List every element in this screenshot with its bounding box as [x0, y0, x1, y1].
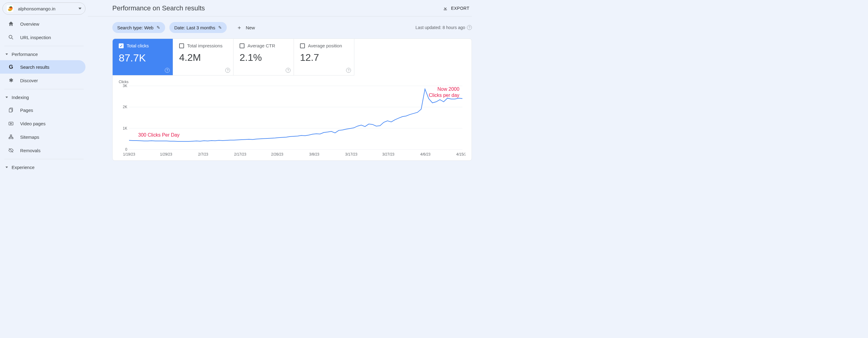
svg-text:300 Clicks Per Day: 300 Clicks Per Day — [138, 132, 180, 138]
last-updated: Last updated: 8 hours ago ? — [415, 25, 472, 30]
nav-section-indexing[interactable]: Indexing — [0, 91, 88, 103]
svg-text:Now 2000: Now 2000 — [437, 86, 459, 92]
checkbox-icon — [300, 44, 305, 48]
chart-ylabel: Clicks — [119, 80, 465, 84]
download-icon — [442, 5, 448, 11]
svg-text:1K: 1K — [123, 126, 127, 131]
svg-text:Clicks per day: Clicks per day — [429, 93, 459, 98]
filter-search-type[interactable]: Search type: Web ✎ — [112, 22, 165, 33]
metric-impressions-label: Total impressions — [187, 43, 222, 48]
checkbox-icon — [179, 44, 184, 48]
svg-text:2/7/23: 2/7/23 — [198, 152, 209, 157]
nav-search-results-label: Search results — [20, 64, 50, 70]
help-icon[interactable]: ? — [286, 68, 290, 73]
svg-text:3/17/23: 3/17/23 — [345, 152, 358, 157]
main: Performance on Search results EXPORT Sea… — [88, 0, 476, 187]
help-icon[interactable]: ? — [467, 25, 472, 30]
metric-clicks-label: Total clicks — [127, 43, 149, 48]
pencil-icon: ✎ — [218, 25, 222, 30]
metric-total-clicks[interactable]: Total clicks 87.7K ? — [113, 39, 173, 76]
svg-text:3/27/23: 3/27/23 — [382, 152, 394, 157]
search-icon — [7, 34, 14, 41]
svg-point-0 — [9, 35, 12, 38]
metric-position-value: 12.7 — [300, 52, 350, 63]
export-button[interactable]: EXPORT — [442, 5, 472, 11]
divider — [4, 46, 84, 46]
plus-icon: ＋ — [237, 24, 242, 31]
nav-url-inspection[interactable]: URL inspection — [0, 31, 88, 44]
eye-off-icon — [7, 147, 14, 154]
asterisk-icon: ✱ — [7, 77, 14, 84]
home-icon — [7, 20, 14, 28]
nav-video-pages[interactable]: Video pages — [0, 117, 88, 130]
svg-text:3K: 3K — [123, 84, 127, 88]
svg-marker-5 — [11, 123, 12, 124]
svg-line-1 — [12, 38, 13, 39]
filter-date[interactable]: Date: Last 3 months ✎ — [169, 22, 227, 33]
pages-icon — [7, 106, 14, 114]
chevron-down-icon — [5, 54, 8, 55]
nav-url-inspection-label: URL inspection — [20, 35, 51, 40]
metric-ctr-value: 2.1% — [240, 52, 289, 63]
export-label: EXPORT — [451, 6, 469, 11]
nav-section-experience-label: Experience — [11, 165, 34, 170]
nav-discover-label: Discover — [20, 78, 38, 83]
help-icon[interactable]: ? — [165, 68, 170, 73]
metrics-row: Total clicks 87.7K ? Total impressions 4… — [113, 39, 471, 76]
metric-avg-position[interactable]: Average position 12.7 ? — [294, 39, 354, 76]
metric-position-label: Average position — [308, 43, 342, 48]
metric-avg-ctr[interactable]: Average CTR 2.1% ? — [234, 39, 294, 76]
svg-text:4/15/23: 4/15/23 — [456, 152, 465, 157]
filters-row: Search type: Web ✎ Date: Last 3 months ✎… — [88, 17, 472, 38]
nav-section-indexing-label: Indexing — [11, 95, 29, 100]
nav-search-results[interactable]: G Search results — [0, 60, 86, 74]
favicon-icon: 🥭 — [6, 5, 14, 12]
divider — [4, 89, 84, 89]
nav-removals[interactable]: Removals — [0, 144, 88, 157]
sitemap-icon — [7, 133, 14, 141]
metric-impressions-value: 4.2M — [179, 52, 229, 63]
svg-text:2K: 2K — [123, 105, 127, 109]
checkbox-icon — [240, 44, 245, 48]
nav-overview-label: Overview — [20, 21, 39, 27]
divider — [4, 159, 84, 159]
chevron-down-icon — [5, 96, 8, 98]
metric-total-impressions[interactable]: Total impressions 4.2M ? — [173, 39, 234, 76]
nav-discover[interactable]: ✱ Discover — [0, 74, 88, 87]
metric-clicks-value: 87.7K — [119, 52, 168, 64]
chart-area: Clicks 01K2K3K1/19/231/29/232/7/232/17/2… — [113, 76, 471, 161]
page-header: Performance on Search results EXPORT — [88, 0, 472, 17]
pencil-icon: ✎ — [157, 25, 160, 30]
sidebar: 🥭 alphonsomango.in Overview URL inspecti… — [0, 0, 88, 187]
clicks-chart: 01K2K3K1/19/231/29/232/7/232/17/232/26/2… — [119, 84, 465, 158]
nav-pages[interactable]: Pages — [0, 103, 88, 117]
svg-text:4/6/23: 4/6/23 — [420, 152, 431, 157]
nav-section-performance-label: Performance — [11, 52, 38, 57]
nav-video-pages-label: Video pages — [20, 121, 45, 126]
filter-search-type-label: Search type: Web — [117, 25, 154, 30]
svg-text:2/26/23: 2/26/23 — [271, 152, 283, 157]
nav-pages-label: Pages — [20, 108, 33, 113]
property-selector[interactable]: 🥭 alphonsomango.in — [2, 2, 86, 15]
nav-sitemaps[interactable]: Sitemaps — [0, 130, 88, 144]
performance-card: Total clicks 87.7K ? Total impressions 4… — [112, 38, 472, 161]
help-icon[interactable]: ? — [346, 68, 351, 73]
google-icon: G — [7, 63, 14, 71]
svg-rect-8 — [11, 138, 13, 139]
nav-section-experience[interactable]: Experience — [0, 161, 88, 173]
checkbox-icon — [119, 44, 124, 48]
svg-text:1/19/23: 1/19/23 — [123, 152, 135, 157]
add-filter-button[interactable]: ＋ New — [237, 24, 255, 31]
property-domain: alphonsomango.in — [18, 6, 79, 11]
svg-text:2/17/23: 2/17/23 — [234, 152, 246, 157]
nav-overview[interactable]: Overview — [0, 17, 88, 31]
add-filter-label: New — [246, 25, 255, 30]
svg-text:1/29/23: 1/29/23 — [160, 152, 172, 157]
chevron-down-icon — [79, 8, 82, 9]
video-icon — [7, 120, 14, 127]
svg-text:0: 0 — [125, 147, 127, 151]
nav-section-performance[interactable]: Performance — [0, 48, 88, 60]
svg-text:3/8/23: 3/8/23 — [309, 152, 319, 157]
help-icon[interactable]: ? — [225, 68, 230, 73]
page-title: Performance on Search results — [112, 4, 442, 12]
